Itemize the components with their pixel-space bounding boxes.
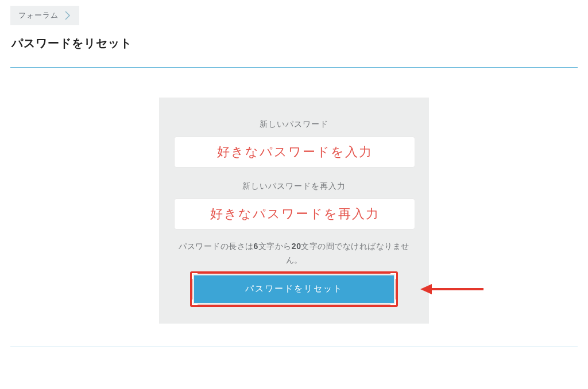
- password-help-text: パスワードの長さは6文字から20文字の間でなければなりません。: [174, 240, 414, 267]
- breadcrumb-label: フォーラム: [18, 10, 59, 21]
- new-password-input[interactable]: [174, 137, 415, 168]
- confirm-password-input[interactable]: [174, 199, 415, 229]
- help-prefix: パスワードの長さは: [179, 242, 254, 251]
- svg-marker-1: [420, 284, 432, 294]
- confirm-password-label: 新しいパスワードを再入力: [174, 181, 414, 192]
- help-mid: 文字から: [258, 242, 292, 251]
- new-password-label: 新しいパスワード: [174, 119, 414, 130]
- annotation-arrow-left-icon: [420, 282, 483, 296]
- page-title: パスワードをリセット: [11, 36, 578, 51]
- reset-password-card: 新しいパスワード 新しいパスワードを再入力 パスワードの長さは6文字から20文字…: [159, 98, 429, 324]
- help-max: 20: [292, 242, 301, 251]
- reset-password-button[interactable]: パスワードをリセット: [194, 275, 394, 303]
- divider-top: [10, 67, 578, 68]
- breadcrumb[interactable]: フォーラム: [10, 6, 79, 25]
- divider-bottom: [10, 347, 578, 347]
- help-min: 6: [254, 242, 258, 251]
- help-suffix: 文字の間でなければなりません。: [286, 242, 409, 264]
- chevron-right-icon: [64, 11, 71, 20]
